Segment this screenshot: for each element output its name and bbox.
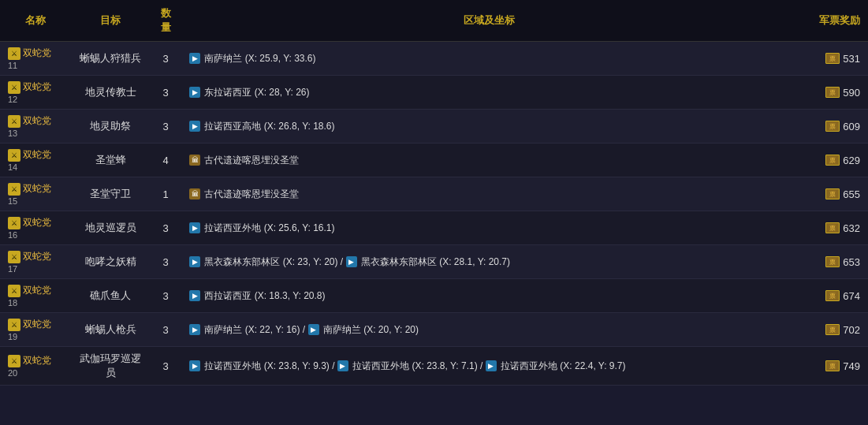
table-row: ⚔ 双蛇党 14 圣堂蜂4🏛 古代遗迹喀恩埋没圣堂 票 629 [0,144,868,177]
faction-name: ⚔ 双蛇党 [8,284,51,297]
reward-icon: 票 [825,222,840,233]
table-row: ⚔ 双蛇党 20 武伽玛罗巡逻员3▶ 拉诺西亚外地 (X: 23.8, Y: 9… [0,347,868,386]
faction-name: ⚔ 双蛇党 [8,80,51,94]
play-icon: ▶ [189,256,200,267]
reward-amount: 531 [843,53,860,65]
faction-id: 13 [8,129,17,138]
faction-icon: ⚔ [8,217,20,229]
reward-amount: 632 [843,222,860,234]
target-name: 地灵巡逻员 [71,211,150,245]
faction-id: 17 [8,264,17,274]
target-name: 地灵助祭 [71,110,150,144]
play-icon: ▶ [189,53,200,64]
faction-cell: ⚔ 双蛇党 18 [0,279,71,313]
table-row: ⚔ 双蛇党 19 蜥蜴人枪兵3▶ 南萨纳兰 (X: 22, Y: 16) / ▶… [0,313,868,347]
reward-amount: 702 [843,324,860,336]
faction-cell: ⚔ 双蛇党 13 [0,110,71,144]
faction-icon: ⚔ [8,355,20,367]
quantity: 3 [150,313,181,347]
faction-name: ⚔ 双蛇党 [8,216,51,229]
quantity: 3 [150,76,181,110]
faction-name: ⚔ 双蛇党 [8,354,51,367]
header-reward: 军票奖励 [797,0,868,42]
target-name: 圣堂蜂 [71,144,150,177]
header-name: 名称 [0,0,71,42]
faction-icon: ⚔ [8,319,20,331]
reward-icon: 票 [825,87,840,98]
play-icon: ▶ [189,87,200,98]
reward-icon: 票 [825,360,840,371]
header-area: 区域及坐标 [181,0,797,42]
target-name: 礁爪鱼人 [71,279,150,313]
reward-cell: 票 653 [797,245,868,279]
play-icon: ▶ [189,360,200,371]
reward-cell: 票 674 [797,279,868,313]
target-name: 地灵传教士 [71,76,150,110]
area-location: ▶ 拉诺西亚外地 (X: 23.8, Y: 9.3) / ▶ 拉诺西亚外地 (X… [181,347,797,386]
area-location: ▶ 南萨纳兰 (X: 22, Y: 16) / ▶ 南萨纳兰 (X: 20, Y… [181,313,797,347]
faction-id: 12 [8,95,17,104]
reward-cell: 票 702 [797,313,868,347]
faction-cell: ⚔ 双蛇党 19 [0,313,71,347]
faction-cell: ⚔ 双蛇党 20 [0,347,71,386]
table-row: ⚔ 双蛇党 18 礁爪鱼人3▶ 西拉诺西亚 (X: 18.3, Y: 20.8)… [0,279,868,313]
reward-icon: 票 [825,324,840,335]
reward-icon: 票 [825,290,840,301]
target-name: 蜥蜴人枪兵 [71,313,150,347]
faction-cell: ⚔ 双蛇党 15 [0,177,71,211]
area-location: ▶ 西拉诺西亚 (X: 18.3, Y: 20.8) [181,279,797,313]
faction-cell: ⚔ 双蛇党 14 [0,144,71,177]
quantity: 3 [150,279,181,313]
faction-name: ⚔ 双蛇党 [8,47,51,60]
quantity: 1 [150,177,181,211]
quantity: 3 [150,245,181,279]
reward-cell: 票 632 [797,211,868,245]
reward-icon: 票 [825,155,840,166]
reward-amount: 655 [843,188,860,200]
reward-amount: 674 [843,290,860,302]
faction-id: 11 [8,61,17,70]
faction-icon: ⚔ [8,115,20,128]
target-name: 圣堂守卫 [71,177,150,211]
faction-id: 20 [8,368,17,378]
play-icon: ▶ [486,360,497,371]
reward-amount: 590 [843,87,860,99]
reward-icon: 票 [825,188,840,199]
reward-icon: 票 [825,53,840,64]
reward-amount: 609 [843,121,860,132]
bounty-table: 名称 目标 数量 区域及坐标 军票奖励 ⚔ 双蛇党 11 蜥蜴人狩猎兵3▶ 南萨… [0,0,868,386]
play-icon: ▶ [189,121,200,132]
area-location: ▶ 拉诺西亚外地 (X: 25.6, Y: 16.1) [181,211,797,245]
target-name: 咆哮之妖精 [71,245,150,279]
faction-id: 15 [8,196,17,206]
play-icon: ▶ [189,324,200,335]
reward-cell: 票 655 [797,177,868,211]
faction-id: 18 [8,298,17,308]
header-target: 目标 [71,0,150,42]
quantity: 3 [150,211,181,245]
area-location: 🏛 古代遗迹喀恩埋没圣堂 [181,177,797,211]
dungeon-icon: 🏛 [189,155,200,166]
faction-icon: ⚔ [8,285,20,297]
faction-id: 19 [8,332,17,341]
area-location: ▶ 南萨纳兰 (X: 25.9, Y: 33.6) [181,42,797,76]
reward-amount: 629 [843,155,860,166]
area-location: ▶ 黑衣森林东部林区 (X: 23, Y: 20) / ▶ 黑衣森林东部林区 (… [181,245,797,279]
target-name: 武伽玛罗巡逻员 [71,347,150,386]
quantity: 4 [150,144,181,177]
play-icon: ▶ [189,290,200,301]
reward-cell: 票 609 [797,110,868,144]
table-row: ⚔ 双蛇党 12 地灵传教士3▶ 东拉诺西亚 (X: 28, Y: 26) 票 … [0,76,868,110]
faction-id: 14 [8,162,17,172]
quantity: 3 [150,42,181,76]
reward-cell: 票 629 [797,144,868,177]
header-qty: 数量 [150,0,181,42]
target-name: 蜥蜴人狩猎兵 [71,42,150,76]
table-row: ⚔ 双蛇党 17 咆哮之妖精3▶ 黑衣森林东部林区 (X: 23, Y: 20)… [0,245,868,279]
reward-amount: 653 [843,256,860,268]
reward-icon: 票 [825,121,840,132]
play-icon: ▶ [189,222,200,233]
area-location: ▶ 东拉诺西亚 (X: 28, Y: 26) [181,76,797,110]
faction-icon: ⚔ [8,47,20,60]
area-location: ▶ 拉诺西亚高地 (X: 26.8, Y: 18.6) [181,110,797,144]
